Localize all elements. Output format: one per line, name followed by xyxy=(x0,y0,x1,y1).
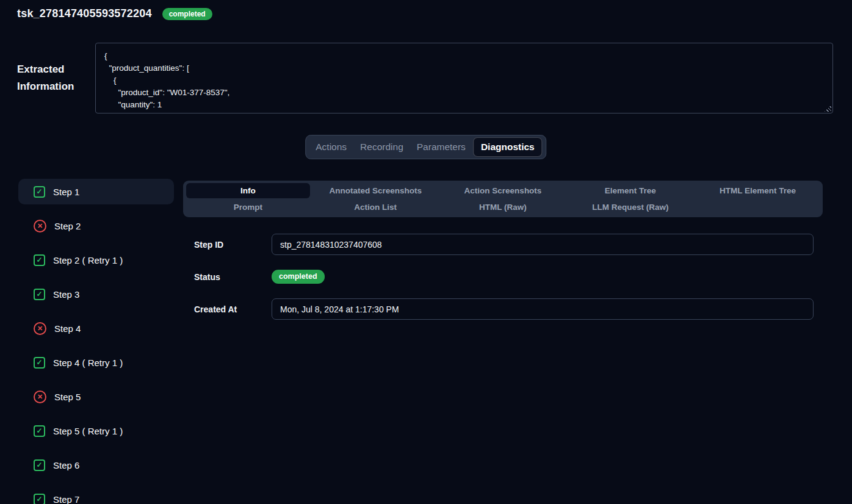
check-square-icon: ✓ xyxy=(34,186,45,198)
step-item-label: Step 4 ( Retry 1 ) xyxy=(53,358,123,368)
step-item-label: Step 5 ( Retry 1 ) xyxy=(53,426,123,436)
created-at-row: Created At xyxy=(183,298,823,320)
step-item-label: Step 2 xyxy=(54,221,81,231)
step-info-panel: Step ID Status completed Created At xyxy=(183,234,823,331)
extracted-info-textarea[interactable]: { "product_quantities": [ { "product_id"… xyxy=(95,43,833,113)
subtab-element-tree[interactable]: Element Tree xyxy=(568,183,692,198)
sidebar-item-step-5-retry-1[interactable]: ✓Step 5 ( Retry 1 ) xyxy=(18,418,174,444)
x-circle-icon: ✕ xyxy=(34,391,46,403)
sidebar-item-step-1[interactable]: ✓Step 1 xyxy=(18,179,174,204)
sidebar-item-step-7[interactable]: ✓Step 7 xyxy=(18,486,174,504)
step-item-label: Step 1 xyxy=(53,187,79,197)
task-status-badge: completed xyxy=(162,8,212,20)
task-title: tsk_278147405593572204 xyxy=(17,7,152,20)
step-item-label: Step 3 xyxy=(53,289,79,300)
sidebar-item-step-6[interactable]: ✓Step 6 xyxy=(18,452,174,478)
sidebar-item-step-4[interactable]: ✕Step 4 xyxy=(18,315,174,341)
step-item-label: Step 6 xyxy=(53,460,79,470)
sidebar-item-step-2[interactable]: ✕Step 2 xyxy=(18,213,174,239)
sidebar-item-step-4-retry-1[interactable]: ✓Step 4 ( Retry 1 ) xyxy=(18,350,174,375)
step-item-label: Step 5 xyxy=(54,392,81,402)
tab-parameters[interactable]: Parameters xyxy=(411,137,472,156)
sidebar-item-step-3[interactable]: ✓Step 3 xyxy=(18,281,174,307)
check-square-icon: ✓ xyxy=(34,357,45,369)
check-square-icon: ✓ xyxy=(34,289,45,300)
check-square-icon: ✓ xyxy=(34,459,45,471)
tab-recording[interactable]: Recording xyxy=(354,137,410,156)
extracted-info-label: Extracted Information xyxy=(17,61,85,95)
subtab-llm-request-raw[interactable]: LLM Request (Raw) xyxy=(568,200,692,215)
status-row: Status completed xyxy=(183,266,823,287)
diagnostics-subtab-bar: InfoAnnotated ScreenshotsAction Screensh… xyxy=(183,181,823,217)
subtab-action-list[interactable]: Action List xyxy=(314,200,438,215)
subtab-html-element-tree[interactable]: HTML Element Tree xyxy=(696,183,820,198)
step-status-badge: completed xyxy=(272,270,325,284)
check-square-icon: ✓ xyxy=(34,254,45,266)
x-circle-icon: ✕ xyxy=(34,220,46,232)
main-tab-bar: ActionsRecordingParametersDiagnostics xyxy=(305,135,546,159)
check-square-icon: ✓ xyxy=(34,425,45,437)
status-label: Status xyxy=(183,272,272,282)
step-id-row: Step ID xyxy=(183,234,823,255)
subtab-prompt[interactable]: Prompt xyxy=(186,200,310,215)
x-circle-icon: ✕ xyxy=(34,322,46,335)
sidebar-item-step-5[interactable]: ✕Step 5 xyxy=(18,384,174,409)
created-at-input[interactable] xyxy=(272,298,814,320)
sidebar-item-step-2-retry-1[interactable]: ✓Step 2 ( Retry 1 ) xyxy=(18,247,174,273)
tab-actions[interactable]: Actions xyxy=(309,137,353,156)
subtab-annotated-screenshots[interactable]: Annotated Screenshots xyxy=(314,183,438,198)
subtab-html-raw[interactable]: HTML (Raw) xyxy=(441,200,565,215)
page-header: tsk_278147405593572204 completed xyxy=(17,7,212,20)
step-item-label: Step 2 ( Retry 1 ) xyxy=(53,255,123,265)
created-at-label: Created At xyxy=(183,304,272,314)
subtab-info[interactable]: Info xyxy=(186,183,310,198)
step-item-label: Step 7 xyxy=(53,494,79,504)
check-square-icon: ✓ xyxy=(34,494,45,504)
step-item-label: Step 4 xyxy=(54,323,81,334)
steps-sidebar: ✓Step 1✕Step 2✓Step 2 ( Retry 1 )✓Step 3… xyxy=(18,179,174,504)
tab-diagnostics[interactable]: Diagnostics xyxy=(473,137,543,156)
step-id-label: Step ID xyxy=(183,240,272,250)
extracted-info-content: { "product_quantities": [ { "product_id"… xyxy=(96,43,832,113)
step-id-input[interactable] xyxy=(272,234,814,255)
subtab-action-screenshots[interactable]: Action Screenshots xyxy=(441,183,565,198)
